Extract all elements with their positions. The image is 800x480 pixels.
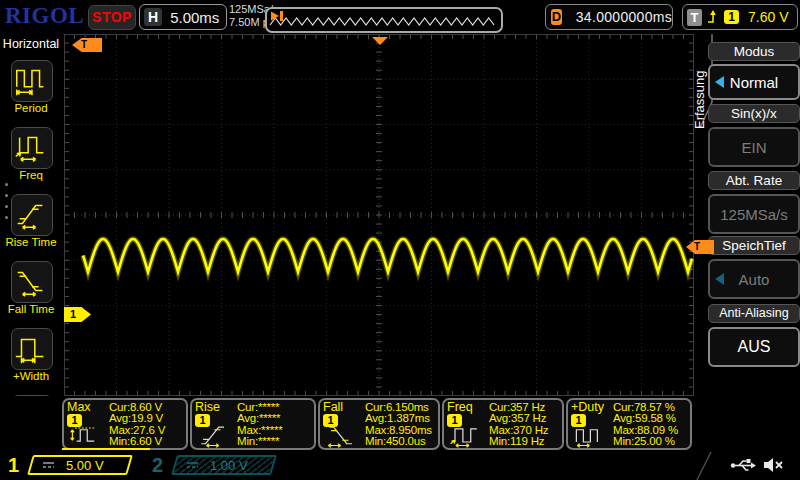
measurement-avg: Avg:*****	[237, 413, 283, 424]
delay-box: D 34.0000000ms	[545, 4, 673, 30]
timebase-value: 5.00ms	[170, 9, 219, 26]
fall-time-icon	[12, 262, 50, 300]
measurement-avg: Avg:19.9 V	[109, 413, 165, 424]
menu-tab-label: Erfassung	[692, 70, 707, 129]
speaker-muted-icon	[762, 456, 786, 474]
channel2-scale: 1.00 V	[210, 458, 248, 473]
top-status-bar: RIGOL STOP H 5.00ms 125MSa/s 7.50M pts D…	[0, 0, 800, 33]
menu-item-plus-width[interactable]	[11, 328, 53, 370]
channel2-number: 2	[152, 454, 163, 477]
trigger-level-value: 7.60 V	[748, 9, 788, 25]
measurement-bar: Max 1 Cur:8.60 V Avg:19.9 V Max:27.6 V M…	[0, 396, 800, 452]
preview-waveform	[267, 9, 497, 31]
menu-title-sinx: Sin(x)/x	[708, 104, 800, 123]
menu-value-speichtief[interactable]: Auto	[708, 259, 800, 299]
h-label: H	[144, 8, 162, 26]
measurement-min: Min:*****	[237, 436, 283, 447]
menu-label-fall-time: Fall Time	[0, 303, 62, 315]
measurement-name: Max	[67, 400, 91, 414]
menu-value-modus[interactable]: Normal	[708, 64, 800, 100]
t-label: T	[687, 9, 702, 26]
trigger-source-badge: 1	[724, 10, 739, 24]
memory-waveform-preview	[265, 7, 503, 33]
menu-item-fall-time[interactable]	[11, 261, 53, 303]
measurement-box-fall: Fall 1 Cur:6.150ms Avg:1.387ms Max:8.950…	[318, 398, 440, 450]
freq-icon	[12, 128, 50, 166]
menu-value-text: 125MSa/s	[720, 206, 788, 223]
menu-title-anti-aliasing: Anti-Aliasing	[708, 304, 800, 323]
usb-icon	[730, 458, 756, 473]
measurement-min: Min:6.60 V	[109, 436, 165, 447]
menu-scroll-dot	[5, 205, 8, 208]
menu-title-modus: Modus	[708, 42, 800, 61]
menu-label-period: Period	[0, 102, 62, 114]
menu-value-text: EIN	[741, 139, 766, 156]
menu-value-text: Normal	[730, 74, 778, 91]
measurement-name: Freq	[447, 400, 473, 414]
measurement-box-rise: Rise 1 Cur:***** Avg:***** Max:***** Min…	[190, 398, 316, 450]
channel2-status-box[interactable]: 1.00 V	[171, 455, 277, 475]
duty-icon	[572, 421, 614, 449]
measurement-box-max: Max 1 Cur:8.60 V Avg:19.9 V Max:27.6 V M…	[62, 398, 188, 450]
channel1-status-box[interactable]: 5.00 V	[27, 455, 133, 475]
measurement-box-duty: +Duty 1 Cur:78.57 % Avg:59.58 % Max:88.0…	[566, 398, 692, 450]
menu-group-abt-rate: Abt. Rate 125MSa/s	[708, 171, 800, 234]
menu-label-plus-width: +Width	[0, 370, 62, 382]
menu-group-speichtief: SpeichTief Auto	[708, 236, 800, 299]
measurement-avg: Avg:1.387ms	[365, 413, 432, 424]
brand-logo: RIGOL	[5, 3, 84, 29]
menu-tab-erfassung: Erfassung	[690, 35, 706, 131]
channel-status-bar: 1 5.00 V 2 1.00 V	[0, 452, 800, 480]
trigger-position-bar-icon	[269, 10, 284, 22]
menu-value-abt-rate[interactable]: 125MSa/s	[708, 194, 800, 234]
horizontal-timebase-box: H 5.00ms	[139, 4, 227, 30]
menu-group-anti-aliasing: Anti-Aliasing AUS	[708, 304, 800, 367]
menu-item-rise-time[interactable]	[11, 194, 53, 236]
plus-width-icon	[12, 329, 50, 367]
rising-edge-icon	[707, 9, 719, 25]
d-label: D	[551, 9, 562, 25]
channel1-number: 1	[8, 454, 19, 477]
menu-value-anti-aliasing[interactable]: AUS	[708, 327, 800, 367]
rise-time-icon	[12, 195, 50, 233]
measurement-avg: Avg:357 Hz	[489, 413, 548, 424]
measurement-name: Fall	[323, 400, 343, 414]
menu-value-text: Auto	[739, 271, 770, 288]
waveform-display-area	[64, 34, 694, 396]
measurement-box-freq: Freq 1 Cur:357 Hz Avg:357 Hz Max:370 Hz …	[442, 398, 564, 450]
measurement-name: +Duty	[571, 400, 604, 414]
left-menu-title: Horizontal	[0, 37, 62, 51]
menu-title-speichtief: SpeichTief	[708, 236, 800, 255]
dc-coupling-icon	[185, 460, 200, 470]
menu-scroll-dot	[5, 216, 8, 219]
measurement-name: Rise	[195, 400, 220, 414]
menu-value-sinx[interactable]: EIN	[708, 127, 800, 167]
freq-icon	[448, 421, 490, 449]
delay-value: 34.0000000ms	[576, 9, 672, 25]
menu-value-text: AUS	[738, 338, 771, 356]
measurement-avg: Avg:59.58 %	[613, 413, 678, 424]
graticule	[64, 34, 694, 396]
channel1-scale: 5.00 V	[66, 458, 104, 473]
trigger-box: T 1 7.60 V	[682, 4, 798, 30]
menu-item-period[interactable]	[11, 60, 53, 102]
period-icon	[12, 61, 50, 99]
menu-group-modus: Modus Normal	[708, 42, 800, 100]
measurement-min: Min:25.00 %	[613, 436, 678, 447]
run-stop-indicator: STOP	[88, 5, 136, 30]
menu-group-sinx: Sin(x)/x EIN	[708, 104, 800, 167]
left-arrow-icon	[715, 273, 724, 285]
measurement-min: Min:119 Hz	[489, 436, 548, 447]
oscilloscope-screen: RIGOL STOP H 5.00ms 125MSa/s 7.50M pts D…	[0, 0, 800, 480]
menu-title-abt-rate: Abt. Rate	[708, 171, 800, 190]
fall-icon	[324, 421, 366, 449]
status-bar-separator	[696, 452, 712, 480]
menu-scroll-dot	[5, 194, 8, 197]
selected-measurement-underline	[62, 448, 150, 450]
menu-item-freq[interactable]	[11, 127, 53, 169]
menu-label-rise-time: Rise Time	[0, 236, 62, 248]
menu-label-freq: Freq	[0, 169, 62, 181]
left-arrow-icon	[715, 76, 724, 88]
menu-scroll-dot	[5, 183, 8, 186]
measurement-min: Min:450.0us	[365, 436, 432, 447]
